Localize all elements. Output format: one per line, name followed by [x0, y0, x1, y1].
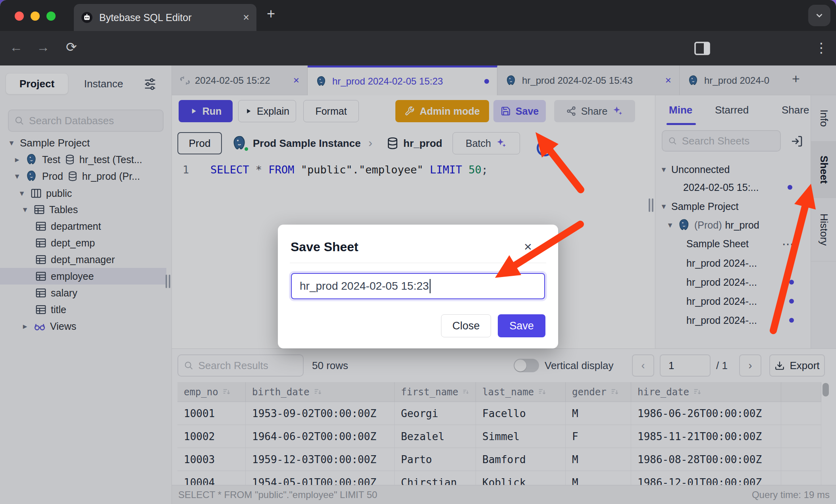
- window-zoom-button[interactable]: [46, 12, 56, 21]
- new-tab-button[interactable]: +: [267, 6, 275, 22]
- window-minimize-button[interactable]: [31, 12, 40, 21]
- browser-tab-title: Bytebase SQL Editor: [99, 12, 237, 23]
- side-panel-icon[interactable]: [693, 38, 712, 58]
- browser-menu-button[interactable]: ⋮: [815, 40, 828, 56]
- tab-close-icon[interactable]: ×: [243, 12, 249, 24]
- modal-close-icon[interactable]: ×: [524, 239, 532, 254]
- sql-editor-app: Project Instance ▾ Sample Project ▸ Test…: [0, 65, 836, 504]
- tab-search-button[interactable]: [808, 5, 830, 26]
- bytebase-favicon-icon: [81, 12, 93, 23]
- save-sheet-modal: Save Sheet × hr_prod 2024-02-05 15:23 Cl…: [278, 225, 558, 348]
- browser-titlebar: Bytebase SQL Editor × +: [0, 0, 836, 31]
- browser-url-row: ← → ⟳ localhost:8080/sql-editor/prod-sam…: [0, 31, 836, 65]
- screen: Bytebase SQL Editor × + ← → ⟳ localhost:…: [0, 0, 836, 504]
- text-cursor: [430, 279, 431, 293]
- forward-button[interactable]: →: [37, 40, 50, 55]
- browser-tab[interactable]: Bytebase SQL Editor ×: [74, 4, 256, 31]
- modal-close-button[interactable]: Close: [441, 314, 491, 337]
- sheet-name-input[interactable]: hr_prod 2024-02-05 15:23: [291, 273, 545, 299]
- sheet-name-value: hr_prod 2024-02-05 15:23: [300, 280, 429, 292]
- window-close-button[interactable]: [15, 12, 24, 21]
- browser-window: Bytebase SQL Editor × + ← → ⟳ localhost:…: [0, 0, 836, 504]
- chevron-down-icon: [814, 10, 824, 21]
- reload-button[interactable]: ⟳: [66, 39, 77, 55]
- modal-save-button[interactable]: Save: [498, 314, 545, 337]
- modal-title: Save Sheet: [291, 240, 358, 254]
- modal-divider: [290, 263, 546, 263]
- back-button[interactable]: ←: [10, 40, 23, 55]
